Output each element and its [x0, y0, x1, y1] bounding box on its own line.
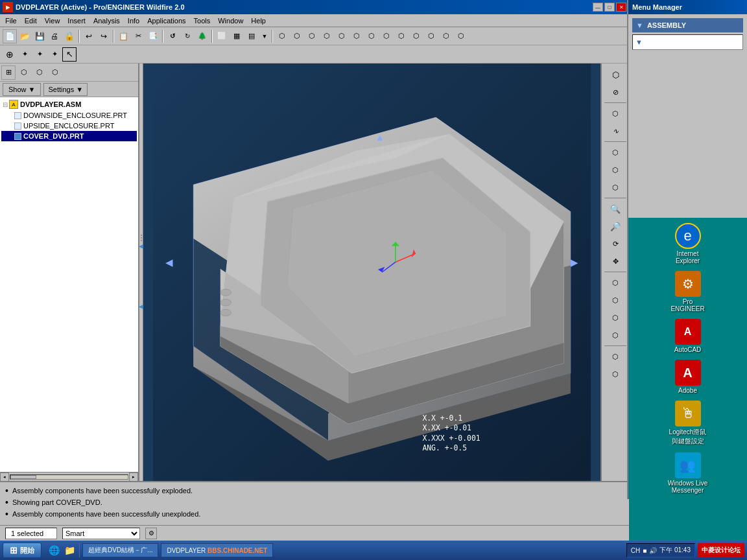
menu-view[interactable]: View: [41, 16, 64, 26]
rt-zoom-in[interactable]: 🔍: [604, 200, 627, 217]
save-button[interactable]: 💾: [32, 29, 47, 43]
new-button[interactable]: 📄: [3, 29, 17, 43]
task-btn-2[interactable]: DVDPLAYER BBS.CHINADE.NET: [161, 543, 273, 557]
rt-curve[interactable]: ∿: [604, 122, 627, 139]
menu-edit[interactable]: Edit: [21, 16, 41, 26]
minimize-button[interactable]: —: [593, 3, 603, 12]
rt-shade[interactable]: ⬡: [604, 292, 627, 309]
rt-extrude[interactable]: ⬡: [604, 144, 627, 161]
filter-settings[interactable]: ⚙: [145, 528, 157, 539]
paste-button[interactable]: 📑: [146, 29, 160, 43]
rt-rotate[interactable]: ⟳: [604, 235, 627, 252]
ie-icon[interactable]: e InternetExplorer: [662, 223, 714, 264]
sketch-btn1[interactable]: ⊕: [3, 47, 17, 62]
regen-button[interactable]: ↺: [165, 29, 180, 43]
model-tree-button[interactable]: 🌲: [195, 29, 209, 43]
sel-btn11[interactable]: ⬡: [424, 29, 438, 43]
panel-icon3[interactable]: ⬡: [32, 65, 47, 80]
menu-window[interactable]: Window: [214, 16, 247, 26]
sketch-btn3[interactable]: ✦: [32, 47, 47, 62]
tree-item-1[interactable]: DOWNSIDE_ENCLOSURE.PRT: [1, 110, 137, 121]
rt-datum-plane[interactable]: ⬡: [604, 66, 627, 83]
show-button[interactable]: Show ▼: [3, 83, 41, 96]
sel-btn6[interactable]: ⬡: [350, 29, 364, 43]
start-button[interactable]: ⊞ 開始: [3, 542, 42, 558]
lock-button[interactable]: 🔒: [62, 29, 77, 43]
rt-measure[interactable]: ⬡: [604, 348, 627, 365]
settings-button[interactable]: Settings ▼: [43, 83, 88, 96]
open-button[interactable]: 📂: [18, 29, 32, 43]
sel-btn4[interactable]: ⬡: [320, 29, 334, 43]
rt-hidden[interactable]: ⬡: [604, 327, 627, 344]
assembly-dropdown[interactable]: ▼: [632, 34, 743, 50]
adobe-icon[interactable]: A Adobe: [662, 360, 714, 394]
panel-hscroll[interactable]: ◂ ▸: [0, 472, 138, 481]
sel-btn9[interactable]: ⬡: [394, 29, 409, 43]
menu-info[interactable]: Info: [124, 16, 143, 26]
ie-icon-img: e: [675, 223, 701, 249]
sel-btn7[interactable]: ⬡: [364, 29, 379, 43]
rt-wireframe[interactable]: ⬡: [604, 309, 627, 326]
task-btn-1[interactable]: 超經典DVD結構－广...: [82, 543, 158, 557]
rt-repaint[interactable]: ⬡: [604, 274, 627, 291]
sel-btn3[interactable]: ⬡: [305, 29, 319, 43]
view-btn1[interactable]: ⬜: [215, 29, 229, 43]
scroll-right-button[interactable]: ▸: [129, 472, 138, 482]
scroll-left-button[interactable]: ◂: [0, 472, 9, 482]
sel-btn12[interactable]: ⬡: [439, 29, 453, 43]
sel-btn13[interactable]: ⬡: [454, 29, 468, 43]
svg-point-10: [220, 289, 231, 296]
view-btn3[interactable]: ▤: [244, 29, 259, 43]
scroll-track[interactable]: [10, 474, 128, 480]
tree-root[interactable]: ⊟ A DVDPLAYER.ASM: [1, 99, 137, 110]
sel-btn1[interactable]: ⬡: [275, 29, 289, 43]
cut-button[interactable]: ✂: [131, 29, 145, 43]
rt-analysis[interactable]: ⬡: [604, 366, 627, 382]
view-dropdown[interactable]: ▼: [259, 29, 270, 43]
sel-btn5[interactable]: ⬡: [335, 29, 349, 43]
menu-insert[interactable]: Insert: [64, 16, 89, 26]
menu-file[interactable]: File: [1, 16, 21, 26]
tree-item-2[interactable]: UPSIDE_ENCLOSURE.PRT: [1, 121, 137, 131]
redo-button[interactable]: ↪: [97, 29, 111, 43]
panel-icon2[interactable]: ⬡: [17, 65, 31, 80]
maximize-button[interactable]: □: [604, 3, 615, 12]
copy-button[interactable]: 📋: [116, 29, 130, 43]
rt-pan[interactable]: ✥: [604, 253, 627, 270]
filter-dropdown[interactable]: Smart Feature Component: [62, 528, 140, 539]
bottom-status-bar: 1 selected Smart Feature Component ⚙: [0, 525, 629, 541]
undo-button[interactable]: ↩: [82, 29, 96, 43]
rt-zoom-out[interactable]: 🔎: [604, 218, 627, 235]
rt-revolve[interactable]: ⬡: [604, 161, 627, 178]
view-btn2[interactable]: ▦: [230, 29, 244, 43]
regen2-button[interactable]: ↻: [180, 29, 195, 43]
sketch-btn2[interactable]: ✦: [18, 47, 32, 62]
logitech-icon[interactable]: 🖱 Logitech滑鼠與鍵盤設定: [662, 401, 714, 446]
panel-icon1[interactable]: ⊞: [1, 65, 16, 80]
rt-point[interactable]: ⬡: [604, 105, 627, 122]
sketch-btn4[interactable]: ✦: [47, 47, 62, 62]
tree-item-1-label: DOWNSIDE_ENCLOSURE.PRT: [23, 111, 127, 119]
autocad-icon[interactable]: A AutoCAD: [662, 319, 714, 353]
cursor-btn[interactable]: ↖: [62, 47, 77, 62]
menu-help[interactable]: Help: [247, 16, 270, 26]
rt-datum-axis[interactable]: ⊘: [604, 84, 627, 100]
taskbar: ⊞ 開始 🌐 📁 超經典DVD結構－广... DVDPLAYER BBS.CHI…: [0, 541, 747, 560]
messenger-icon[interactable]: 👥 Windows LiveMessenger: [662, 452, 714, 494]
scroll-thumb[interactable]: [10, 475, 36, 479]
panel-icon4[interactable]: ⬡: [48, 65, 62, 80]
sel-btn8[interactable]: ⬡: [379, 29, 394, 43]
ql-btn1[interactable]: 🌐: [47, 543, 61, 557]
tree-item-3[interactable]: COVER_DVD.PRT: [1, 131, 137, 141]
menu-tools[interactable]: Tools: [190, 16, 215, 26]
menu-analysis[interactable]: Analysis: [89, 16, 124, 26]
rt-sweep[interactable]: ⬡: [604, 179, 627, 196]
close-button[interactable]: ✕: [616, 3, 626, 12]
ql-btn2[interactable]: 📁: [62, 543, 77, 557]
sel-btn10[interactable]: ⬡: [409, 29, 423, 43]
sel-btn2[interactable]: ⬡: [290, 29, 304, 43]
print-button[interactable]: 🖨: [47, 29, 62, 43]
viewport-area[interactable]: ◀ ▶ ▲ X.X +-0.1 X.XX +-0.01 X.XXX +-0.00…: [143, 64, 600, 481]
menu-applications[interactable]: Applications: [143, 16, 189, 26]
proeng-icon[interactable]: ⚙ ProENGINEER: [662, 271, 714, 312]
